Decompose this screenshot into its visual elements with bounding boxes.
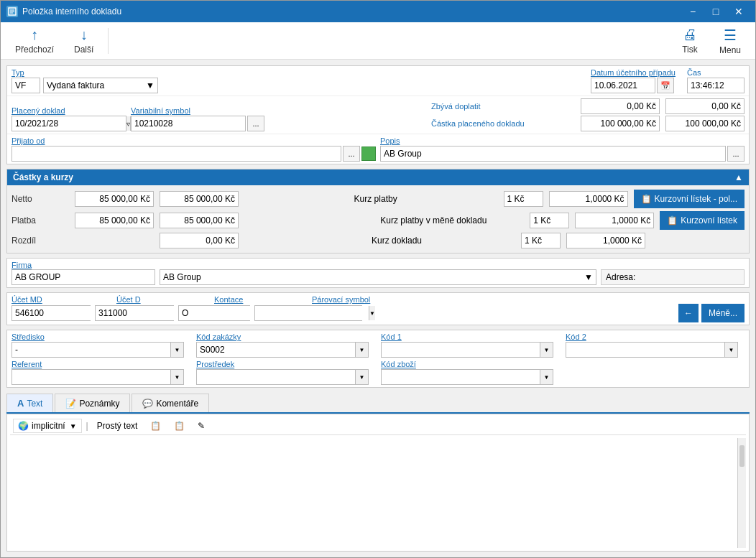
referent-input[interactable] [12, 370, 170, 384]
parovaci-arrows[interactable]: ▼ [369, 306, 375, 320]
ucet-md-field[interactable]: ▼ [11, 305, 91, 321]
tab-poznamky[interactable]: 📝 Poznámky [55, 394, 130, 412]
maximize-button[interactable]: □ [705, 1, 727, 22]
minimize-button[interactable]: − [682, 1, 704, 22]
kontace-label[interactable]: Kontace [214, 295, 308, 304]
typ-dropdown-icon[interactable]: ▼ [146, 80, 155, 90]
parovaci-field[interactable]: ▼ [254, 305, 362, 321]
prosty-text-btn[interactable]: Prostý text [93, 419, 142, 433]
kod-zakazky-arrows[interactable]: ▼ [355, 343, 368, 357]
menu-button[interactable]: ☰ Menu [711, 24, 750, 58]
tab-text[interactable]: A Text [6, 394, 53, 412]
kod-zbozi-label[interactable]: Kód zboží [381, 360, 560, 368]
rozdil-input[interactable] [160, 233, 239, 248]
vertical-scrollbar[interactable] [737, 438, 746, 548]
typ-label[interactable]: Typ [11, 68, 158, 77]
castka-input1[interactable] [581, 116, 660, 131]
kod2-input[interactable] [566, 343, 724, 357]
placeny-combo[interactable]: ▿ ▼ [11, 116, 126, 131]
edit-btn[interactable]: ✎ [193, 419, 209, 433]
zbyvа-input2[interactable] [665, 98, 745, 114]
kurz-platby-unit[interactable] [504, 191, 543, 207]
kod-zakazky-input[interactable] [197, 343, 355, 357]
copy-btn[interactable]: 📋 [146, 419, 165, 433]
ucet-md-label[interactable]: Účet MD [11, 295, 105, 304]
kurz-platby-mena-unit[interactable] [530, 213, 569, 228]
prijato-ellipsis-btn[interactable]: ... [343, 146, 360, 162]
lang-selector[interactable]: 🌍 implicitní ▼ [13, 419, 82, 433]
popis-ellipsis-btn[interactable]: ... [727, 146, 745, 162]
placeny-label[interactable]: Placený doklad [11, 106, 126, 115]
firma-input[interactable] [11, 269, 155, 285]
kod-zbozi-arrows[interactable]: ▼ [540, 370, 553, 384]
kod1-label[interactable]: Kód 1 [381, 333, 560, 341]
next-button[interactable]: ↓ Další [65, 24, 102, 57]
stredisko-label[interactable]: Středisko [11, 333, 190, 341]
placeny-input[interactable] [12, 116, 126, 131]
lang-dropdown-icon[interactable]: ▼ [70, 422, 77, 430]
ucet-d-field[interactable]: ▼ [95, 305, 174, 321]
print-button[interactable]: 🖨 Tisk [672, 24, 708, 58]
kod-zakazky-field[interactable]: ▼ [196, 342, 369, 358]
datum-label[interactable]: Datum účetního případu [591, 68, 676, 77]
prostredek-input[interactable] [197, 370, 355, 384]
parovaci-label[interactable]: Párovací symbol [312, 295, 456, 304]
stredisko-field[interactable]: ▼ [11, 342, 184, 358]
prostredek-label[interactable]: Prostředek [196, 360, 375, 368]
kurz-dokladu-unit[interactable] [521, 233, 561, 248]
referent-arrows[interactable]: ▼ [170, 370, 183, 384]
zbyvа-input1[interactable] [581, 98, 660, 114]
stredisko-arrows[interactable]: ▼ [170, 343, 183, 357]
platba-input1[interactable] [75, 213, 154, 228]
kod2-arrows[interactable]: ▼ [724, 343, 737, 357]
castka-input2[interactable] [665, 116, 745, 131]
kurz-platby-value[interactable] [549, 191, 628, 207]
mene-arrow-btn[interactable]: ← [678, 304, 699, 322]
close-button[interactable]: ✕ [728, 1, 750, 22]
kod1-input[interactable] [382, 343, 540, 357]
kod-zbozi-input[interactable] [382, 370, 540, 384]
kurzovni-listek-btn1[interactable]: 📋 Kurzovní lístek - pol... [634, 190, 745, 208]
castky-header[interactable]: Částky a kurzy ▲ [7, 169, 749, 185]
scroll-thumb[interactable] [739, 445, 745, 467]
kod-zakazky-label[interactable]: Kód zakázky [196, 333, 375, 341]
referent-label[interactable]: Referent [11, 360, 190, 368]
kontace-field[interactable]: ▼ [178, 305, 250, 321]
kod-zbozi-field[interactable]: ▼ [381, 369, 553, 385]
variabilni-label[interactable]: Variabilní symbol [131, 106, 264, 115]
typ-input[interactable] [11, 78, 40, 93]
kod1-field[interactable]: ▼ [381, 342, 553, 358]
kurz-platby-mena-value[interactable] [575, 213, 654, 228]
prostredek-field[interactable]: ▼ [196, 369, 369, 385]
cas-input[interactable] [687, 78, 745, 93]
referent-field[interactable]: ▼ [11, 369, 184, 385]
datum-calendar-btn[interactable]: 📅 [657, 78, 674, 93]
datum-input[interactable] [591, 78, 655, 93]
variabilni-ellipsis-btn[interactable]: ... [247, 116, 264, 131]
parovaci-input[interactable] [255, 306, 369, 320]
popis-input[interactable] [380, 146, 726, 162]
platba-input2[interactable] [160, 213, 239, 228]
netto-input1[interactable] [75, 191, 154, 207]
ucet-d-label[interactable]: Účet D [116, 295, 210, 304]
paste-btn[interactable]: 📋 [170, 419, 189, 433]
prijato-input[interactable] [11, 146, 341, 162]
kod1-arrows[interactable]: ▼ [540, 343, 553, 357]
variabilni-input[interactable] [131, 116, 246, 131]
stredisko-input[interactable] [12, 343, 170, 357]
prev-button[interactable]: ↑ Předchozí [6, 24, 63, 57]
firma-dropdown-icon[interactable]: ▼ [584, 272, 593, 282]
kod2-field[interactable]: ▼ [566, 342, 738, 358]
prostredek-arrows[interactable]: ▼ [355, 370, 368, 384]
tab-komentare[interactable]: 💬 Komentáře [132, 394, 209, 412]
prijato-label[interactable]: Přijato od [11, 136, 376, 145]
kurzovni-listek-btn2[interactable]: 📋 Kurzovní lístek [660, 211, 745, 230]
kurz-dokladu-value[interactable] [566, 233, 645, 248]
kod2-label[interactable]: Kód 2 [566, 333, 745, 341]
popis-label[interactable]: Popis [380, 136, 745, 145]
firma-label[interactable]: Firma [11, 261, 69, 269]
castky-collapse-icon[interactable]: ▲ [734, 172, 743, 182]
netto-input2[interactable] [160, 191, 239, 207]
platba-row: Platba Kurz platby v měně dokladu 📋 Kurz… [11, 210, 745, 231]
mene-btn[interactable]: Méně... [701, 304, 745, 322]
